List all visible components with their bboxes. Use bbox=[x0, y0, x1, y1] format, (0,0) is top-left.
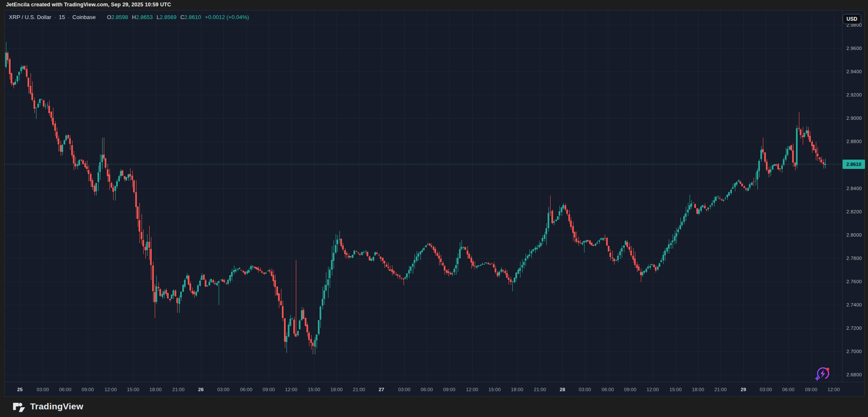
lightning-bolt-glyph bbox=[821, 370, 826, 378]
currency-toggle-button[interactable]: USD bbox=[843, 14, 861, 24]
candles bbox=[5, 42, 826, 354]
time-axis-label: 15:00 bbox=[308, 387, 320, 392]
price-axis-label: 2.7200 bbox=[846, 326, 862, 331]
tradingview-logo-icon bbox=[12, 399, 26, 414]
tradingview-logo[interactable]: TradingView bbox=[12, 399, 83, 414]
price-axis-label: 2.7600 bbox=[846, 279, 862, 284]
time-axis-label: 09:00 bbox=[624, 387, 637, 392]
time-axis-label: 15:00 bbox=[127, 387, 139, 392]
time-axis-label: 06:00 bbox=[59, 387, 72, 392]
time-axis-label: 09:00 bbox=[263, 387, 275, 392]
price-axis-label: 2.8800 bbox=[846, 139, 862, 144]
price-axis-label: 2.8400 bbox=[846, 186, 862, 191]
time-axis-label: 18:00 bbox=[331, 387, 343, 392]
time-axis-day-label: 29 bbox=[741, 387, 746, 392]
high-label: H bbox=[132, 14, 136, 20]
time-axis-label: 06:00 bbox=[240, 387, 253, 392]
time-axis-label: 12:00 bbox=[466, 387, 479, 392]
tradingview-logo-text: TradingView bbox=[30, 401, 83, 411]
price-axis-label: 2.7000 bbox=[846, 349, 862, 354]
time-axis-label: 15:00 bbox=[670, 387, 682, 392]
price-axis-label: 2.7800 bbox=[846, 256, 862, 261]
time-axis-label: 09:00 bbox=[82, 387, 94, 392]
price-axis-label: 2.8000 bbox=[846, 232, 862, 237]
time-axis-label: 09:00 bbox=[443, 387, 456, 392]
snapshot-header-bar: JetEncila created with TradingView.com, … bbox=[0, 0, 868, 10]
time-axis-day-label: 26 bbox=[198, 387, 204, 392]
interval-label: 15 bbox=[59, 14, 65, 20]
time-axis-label: 12:00 bbox=[828, 387, 840, 392]
symbol-title: XRP / U.S. Dollar bbox=[9, 14, 51, 20]
time-axis-label: 18:00 bbox=[692, 387, 704, 392]
price-axis-label: 2.9400 bbox=[846, 69, 862, 74]
time-axis-label: 06:00 bbox=[421, 387, 433, 392]
price-axis[interactable]: 2.98002.96002.94002.92002.90002.88002.86… bbox=[842, 11, 865, 382]
open-value: 2.8598 bbox=[111, 14, 128, 20]
time-axis-label: 12:00 bbox=[105, 387, 117, 392]
last-price-badge: 2.8610 bbox=[843, 160, 865, 169]
time-axis-label: 03:00 bbox=[37, 387, 49, 392]
exchange-label: Coinbase bbox=[72, 14, 96, 20]
time-axis-day-label: 25 bbox=[17, 387, 23, 392]
time-axis-label: 03:00 bbox=[398, 387, 411, 392]
ohlc-readout: O2.8598H2.8653L2.8569C2.8610+0.0012 (+0.… bbox=[103, 14, 249, 20]
time-axis-label: 18:00 bbox=[150, 387, 162, 392]
open-label: O bbox=[107, 14, 111, 20]
price-axis-label: 2.9600 bbox=[846, 46, 862, 51]
grid-lines bbox=[5, 11, 842, 382]
time-axis-label: 18:00 bbox=[511, 387, 523, 392]
time-axis-label: 21:00 bbox=[534, 387, 546, 392]
close-value: 2.8610 bbox=[184, 14, 201, 20]
change-value: +0.0012 (+0.04%) bbox=[205, 14, 249, 20]
time-axis-label: 21:00 bbox=[172, 387, 185, 392]
time-axis-label: 15:00 bbox=[489, 387, 501, 392]
time-axis-label: 21:00 bbox=[715, 387, 727, 392]
price-axis-label: 2.8200 bbox=[846, 209, 862, 214]
chart-widget: XRP / U.S. Dollar · 15 · Coinbase O2.859… bbox=[4, 10, 865, 397]
time-axis-label: 03:00 bbox=[579, 387, 591, 392]
high-value: 2.8653 bbox=[136, 14, 153, 20]
flash-refresh-icon[interactable] bbox=[813, 365, 832, 384]
time-axis-label: 06:00 bbox=[602, 387, 614, 392]
legend-separator: · bbox=[51, 14, 59, 20]
time-axis-label: 09:00 bbox=[805, 387, 818, 392]
time-axis-label: 03:00 bbox=[217, 387, 230, 392]
low-value: 2.8569 bbox=[160, 14, 177, 20]
time-axis-label: 12:00 bbox=[285, 387, 298, 392]
time-axis-label: 12:00 bbox=[647, 387, 659, 392]
footer-bar: TradingView bbox=[0, 397, 868, 417]
notification-dot bbox=[826, 367, 829, 370]
time-axis-label: 03:00 bbox=[760, 387, 772, 392]
time-axis-day-label: 28 bbox=[560, 387, 565, 392]
candlestick-chart bbox=[5, 11, 865, 397]
close-label: C bbox=[180, 14, 184, 20]
screenshot-root: JetEncila created with TradingView.com, … bbox=[0, 0, 868, 417]
price-axis-label: 2.9200 bbox=[846, 92, 862, 97]
time-axis-label: 06:00 bbox=[782, 387, 795, 392]
time-axis[interactable]: 2503:0006:0009:0012:0015:0018:0021:00260… bbox=[5, 382, 865, 397]
price-axis-label: 2.7400 bbox=[846, 302, 862, 307]
time-axis-day-label: 27 bbox=[379, 387, 384, 392]
low-label: L bbox=[156, 14, 159, 20]
chart-legend: XRP / U.S. Dollar · 15 · Coinbase O2.859… bbox=[9, 14, 249, 20]
snapshot-attribution-text: JetEncila created with TradingView.com, … bbox=[6, 2, 171, 8]
legend-separator: · bbox=[65, 14, 72, 20]
price-axis-label: 2.6800 bbox=[846, 372, 862, 377]
chart-pane[interactable]: XRP / U.S. Dollar · 15 · Coinbase O2.859… bbox=[5, 11, 842, 382]
time-axis-label: 21:00 bbox=[353, 387, 365, 392]
price-axis-label: 2.9000 bbox=[846, 116, 862, 121]
